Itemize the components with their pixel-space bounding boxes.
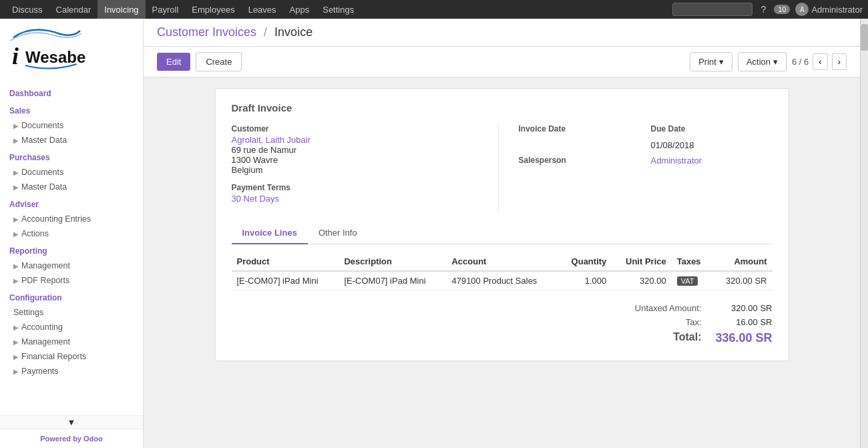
sidebar-item-sales-documents[interactable]: ▶ Documents — [0, 118, 143, 133]
sidebar-item-sales-masterdata[interactable]: ▶ Master Data — [0, 133, 143, 148]
table-row[interactable]: [E-COM07] iPad Mini [E-COM07] iPad Mini … — [232, 271, 773, 290]
chevron-icon: ▶ — [13, 324, 19, 331]
sidebar-section-configuration: Configuration — [0, 288, 143, 305]
col-description: Description — [339, 252, 446, 271]
fields-right: Invoice Date Due Date 01/08/2018 — [519, 124, 773, 212]
sidebar-item-purchases-masterdata[interactable]: ▶ Master Data — [0, 180, 143, 194]
sidebar-item-label: Actions — [21, 229, 49, 238]
col-quantity: Quantity — [558, 252, 612, 271]
chevron-icon: ▶ — [13, 122, 19, 130]
tab-invoice-lines[interactable]: Invoice Lines — [232, 222, 308, 244]
breadcrumb: Customer Invoices / Invoice — [144, 19, 860, 47]
sidebar-item-label: Management — [21, 337, 70, 347]
sidebar-item-accounting[interactable]: ▶ Accounting — [0, 320, 143, 334]
chevron-icon: ▶ — [13, 277, 19, 284]
customer-label: Customer — [232, 124, 478, 134]
sidebar-item-purchases-documents[interactable]: ▶ Documents — [0, 165, 143, 180]
payment-terms-value[interactable]: 30 Net Days — [232, 194, 478, 204]
due-date-label: Due Date — [651, 124, 773, 134]
chevron-icon: ▶ — [13, 339, 19, 346]
due-date-val: 01/08/2018 — [651, 140, 773, 150]
invoice-date-empty — [519, 140, 640, 150]
nav-employees[interactable]: Employees — [185, 0, 241, 19]
chevron-icon: ▶ — [13, 184, 19, 191]
action-dropdown-icon: ▾ — [773, 57, 778, 67]
sidebar-item-payments[interactable]: ▶ Payments — [0, 364, 143, 379]
cell-unit-price: 320.00 — [612, 271, 671, 290]
pagination: 6 / 6 ‹ › — [792, 53, 847, 70]
next-page-button[interactable]: › — [832, 53, 847, 70]
cell-quantity: 1.000 — [558, 271, 612, 290]
nav-discuss[interactable]: Discuss — [5, 0, 49, 19]
powered-by: Powered by Odoo — [0, 429, 143, 448]
fields-row: Customer Agrolait, Laith Jubair 69 rue d… — [232, 124, 773, 212]
total-label: Total: — [572, 331, 702, 345]
print-label: Print — [698, 57, 716, 67]
action-button[interactable]: Action ▾ — [738, 52, 787, 71]
col-product: Product — [232, 252, 339, 271]
col-unit-price: Unit Price — [612, 252, 671, 271]
chevron-icon: ▶ — [13, 353, 19, 361]
salesperson-label: Salesperson — [519, 156, 640, 165]
sidebar-item-label: Accounting Entries — [21, 214, 91, 224]
print-button[interactable]: Print ▾ — [690, 52, 732, 71]
untaxed-value: 320.00 SR — [712, 303, 773, 313]
edit-button[interactable]: Edit — [157, 53, 190, 71]
nav-invoicing[interactable]: Invoicing — [97, 0, 145, 19]
action-label: Action — [746, 57, 771, 67]
payment-terms-field: Payment Terms 30 Net Days — [232, 183, 478, 204]
invoice-date-group: Invoice Date — [519, 124, 640, 135]
nav-leaves[interactable]: Leaves — [242, 0, 283, 19]
sidebar-item-label: Master Data — [21, 182, 67, 192]
nav-payroll[interactable]: Payroll — [146, 0, 186, 19]
help-icon[interactable]: ? — [758, 4, 769, 15]
grand-total-row: Total: 336.00 SR — [572, 329, 773, 347]
svg-text:Wesabe: Wesabe — [25, 48, 85, 66]
vertical-divider — [498, 124, 499, 212]
date-values-row: 01/08/2018 — [519, 140, 773, 150]
payment-terms-label: Payment Terms — [232, 183, 478, 192]
sidebar-item-pdf-reports[interactable]: ▶ PDF Reports — [0, 273, 143, 288]
vat-badge: VAT — [677, 276, 698, 286]
print-dropdown-icon: ▾ — [719, 57, 724, 67]
customer-field: Customer Agrolait, Laith Jubair 69 rue d… — [232, 124, 478, 175]
sidebar-item-label: Financial Reports — [21, 352, 86, 361]
breadcrumb-parent-link[interactable]: Customer Invoices — [157, 25, 256, 39]
create-button[interactable]: Create — [196, 52, 242, 71]
notification-badge[interactable]: 10 — [774, 5, 790, 14]
user-menu[interactable]: A Administrator — [795, 3, 863, 16]
col-account: Account — [446, 252, 558, 271]
untaxed-row: Untaxed Amount: 320.00 SR — [572, 301, 773, 315]
logo-svg: i Wesabe — [7, 24, 87, 74]
customer-addr2: 1300 Wavre — [232, 155, 478, 165]
nav-right-area: ? 10 A Administrator — [672, 3, 863, 16]
total-value: 336.00 SR — [712, 331, 773, 345]
scroll-thumb[interactable] — [861, 24, 868, 51]
sidebar-item-label: Settings — [13, 308, 43, 317]
salesperson-value-group: Administrator — [651, 156, 773, 166]
nav-apps[interactable]: Apps — [283, 0, 316, 19]
search-input[interactable] — [672, 3, 752, 16]
sidebar-item-label: Accounting — [21, 322, 63, 332]
sidebar-item-settings[interactable]: Settings — [0, 305, 143, 320]
customer-name[interactable]: Agrolait, Laith Jubair — [232, 135, 478, 145]
tax-row: Tax: 16.00 SR — [572, 315, 773, 329]
document-wrapper: Draft Invoice Customer Agrolait, Laith J… — [144, 77, 860, 448]
document-card: Draft Invoice Customer Agrolait, Laith J… — [215, 88, 789, 361]
salesperson-value[interactable]: Administrator — [651, 156, 773, 166]
tab-other-info[interactable]: Other Info — [308, 222, 368, 244]
sidebar-item-actions[interactable]: ▶ Actions — [0, 226, 143, 241]
sidebar-item-financial-reports[interactable]: ▶ Financial Reports — [0, 349, 143, 364]
sidebar-item-management[interactable]: ▶ Management — [0, 258, 143, 273]
fields-left: Customer Agrolait, Laith Jubair 69 rue d… — [232, 124, 478, 212]
sidebar-item-accounting-entries[interactable]: ▶ Accounting Entries — [0, 212, 143, 226]
breadcrumb-separator: / — [264, 25, 267, 39]
top-navigation: Discuss Calendar Invoicing Payroll Emplo… — [0, 0, 868, 19]
sidebar-scroll-down[interactable]: ▼ — [0, 415, 143, 429]
sidebar-item-config-management[interactable]: ▶ Management — [0, 334, 143, 349]
tax-value: 16.00 SR — [712, 317, 773, 327]
nav-calendar[interactable]: Calendar — [49, 0, 98, 19]
prev-page-button[interactable]: ‹ — [813, 53, 827, 70]
chevron-icon: ▶ — [13, 230, 19, 238]
nav-settings[interactable]: Settings — [316, 0, 361, 19]
